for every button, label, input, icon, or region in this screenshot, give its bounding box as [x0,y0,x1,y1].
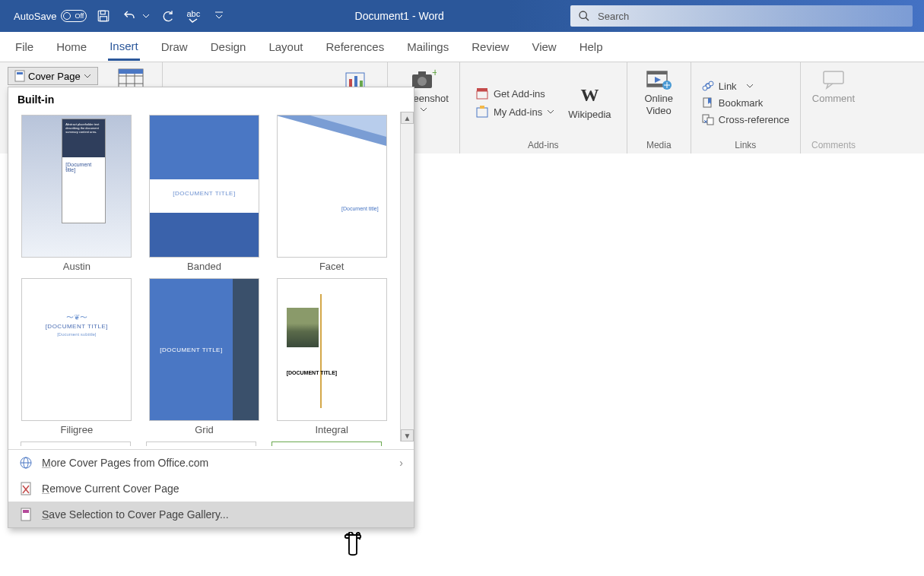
comments-group-label: Comments [811,140,856,150]
tab-insert[interactable]: Insert [108,33,140,61]
media-group-label: Media [646,140,672,150]
svg-line-5 [586,17,589,21]
cover-austin[interactable]: Abstract placeholder text describing the… [21,115,133,272]
autosave-label: AutoSave [14,11,56,22]
menu-bar: File Home Insert Draw Design Layout Refe… [0,32,924,62]
cover-facet[interactable]: [Document title] Facet [275,115,388,272]
tab-mailings[interactable]: Mailings [405,34,450,59]
svg-rect-1 [101,11,106,14]
chevron-right-icon: › [399,457,403,469]
crossref-icon [702,113,714,125]
remove-page-icon [19,482,33,495]
undo-icon[interactable] [120,7,138,25]
link-button[interactable]: Link [702,80,754,92]
tab-review[interactable]: Review [470,34,510,59]
svg-point-4 [579,11,586,18]
undo-dropdown-icon[interactable] [141,7,151,25]
search-box[interactable]: Search [570,5,913,27]
tab-draw[interactable]: Draw [160,34,189,59]
qat-customize-icon[interactable] [210,7,228,25]
remove-cover-page[interactable]: Remove Current Cover Page [8,476,414,502]
cover-page-button[interactable]: Cover Page [8,67,98,85]
cover-filigree[interactable]: 〜❦〜[DOCUMENT TITLE][Document subtitle] F… [21,278,133,435]
addins-icon [475,105,489,119]
svg-rect-29 [477,88,487,91]
chevron-down-icon [84,72,91,80]
chevron-down-icon [420,107,427,112]
document-title: Document1 - Word [228,10,570,22]
search-placeholder: Search [598,11,629,22]
search-icon [578,10,590,22]
more-cover-pages[interactable]: More Cover Pages from Office.com › [8,450,414,476]
online-video-button[interactable]: OnlineVideo [638,68,680,116]
save-gallery-icon [19,508,33,521]
links-group-label: Links [735,140,756,150]
tab-references[interactable]: References [324,34,386,59]
tab-home[interactable]: Home [55,34,88,59]
comment-button[interactable]: Comment [812,68,855,104]
cross-reference-button[interactable]: Cross-reference [702,113,789,125]
save-selection-to-gallery[interactable]: Save Selection to Cover Page Gallery... [8,502,414,527]
save-icon[interactable] [94,7,113,25]
get-addins-button[interactable]: Get Add-ins [475,87,545,100]
svg-rect-13 [119,69,143,74]
wikipedia-button[interactable]: W Wikipedia [568,85,611,120]
gallery-section-header: Built-in [8,87,414,112]
svg-point-25 [418,77,427,86]
svg-rect-2 [100,17,107,21]
svg-rect-21 [349,79,352,87]
globe-icon [19,456,33,470]
svg-rect-23 [360,81,363,87]
scroll-down-icon[interactable]: ▼ [401,429,414,441]
cover-grid[interactable]: [DOCUMENT TITLE] Grid [148,278,261,435]
svg-rect-28 [477,91,487,99]
tab-layout[interactable]: Layout [267,34,304,59]
svg-rect-30 [477,108,487,117]
autosave-toggle[interactable]: AutoSave Off [14,10,87,22]
bookmark-button[interactable]: Bookmark [702,97,764,109]
svg-rect-40 [707,118,713,125]
addins-group-label: Add-ins [528,140,559,150]
cover-banded[interactable]: [DOCUMENT TITLE] Banded [148,115,261,272]
page-icon [14,70,25,82]
tab-help[interactable]: Help [578,34,605,59]
cover-page-gallery: Built-in Abstract placeholder text descr… [8,87,414,528]
svg-rect-41 [824,71,843,84]
video-icon [646,68,672,90]
comment-icon [821,68,846,90]
scroll-up-icon[interactable]: ▲ [401,112,414,124]
tab-file[interactable]: File [14,34,35,59]
link-icon [702,80,714,92]
svg-rect-49 [23,510,29,513]
cover-integral[interactable]: [DOCUMENT TITLE] Integral [275,278,388,435]
wikipedia-icon: W [580,85,599,106]
svg-rect-33 [647,71,667,74]
svg-rect-7 [17,72,23,74]
svg-rect-26 [418,71,426,76]
redo-icon[interactable] [158,7,176,25]
store-icon [475,87,489,100]
svg-rect-22 [354,76,357,87]
title-bar: AutoSave Off abc Document1 - Word Search [0,0,924,32]
spellcheck-icon[interactable]: abc [184,7,202,25]
gallery-scrollbar[interactable]: ▲ ▼ [400,112,414,441]
chevron-down-icon [547,109,554,114]
chevron-down-icon [746,84,754,88]
tab-view[interactable]: View [530,34,557,59]
bookmark-icon [702,97,714,109]
my-addins-button[interactable]: My Add-ins [475,105,554,119]
tab-design[interactable]: Design [209,34,248,59]
svg-rect-31 [480,106,484,109]
svg-text:+: + [432,68,437,78]
